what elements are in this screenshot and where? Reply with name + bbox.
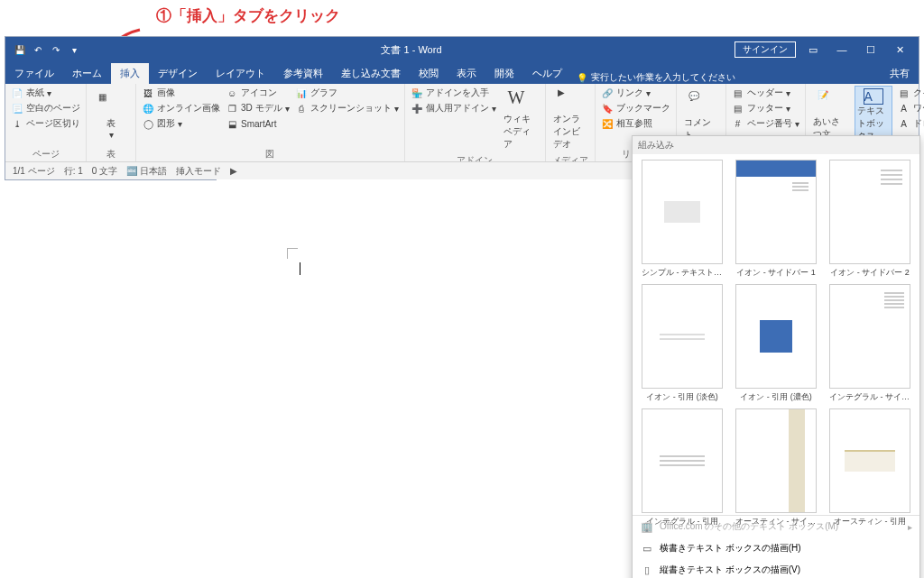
crossref-icon: 🔀 (601, 117, 614, 130)
gallery-item[interactable]: オースティン - 引用 (826, 408, 914, 528)
tab-design[interactable]: デザイン (149, 63, 207, 84)
tab-mailings[interactable]: 差し込み文書 (332, 63, 410, 84)
textbox-gallery: 組み込み シンプル - テキスト ボッ...イオン - サイドバー 1イオン -… (632, 135, 920, 578)
redo-icon[interactable]: ↷ (49, 42, 63, 57)
chevron-down-icon: ▾ (285, 104, 290, 114)
tab-review[interactable]: 校閲 (410, 63, 448, 84)
status-mode[interactable]: 挿入モード (176, 165, 221, 178)
gallery-item[interactable]: オースティン - サイドバー (732, 408, 820, 528)
gallery-item[interactable]: イオン - 引用 (濃色) (732, 284, 820, 403)
addins-icon: ➕ (411, 102, 423, 115)
qat-dropdown-icon[interactable]: ▾ (67, 42, 81, 57)
status-line[interactable]: 行: 1 (64, 165, 83, 178)
tell-me[interactable]: 💡実行したい作業を入力してください (577, 71, 735, 84)
video-icon: ▶ (558, 87, 583, 113)
close-icon[interactable]: ✕ (888, 44, 911, 56)
quickparts-button[interactable]: ▤クイック パーツ▾ (898, 86, 924, 100)
window-title: 文書 1 - Word (88, 43, 735, 57)
header-icon: ▤ (732, 87, 744, 99)
gallery-item[interactable]: シンプル - テキスト ボッ... (638, 160, 726, 279)
online-pictures-button[interactable]: 🌐オンライン画像 (142, 101, 220, 115)
tab-help[interactable]: ヘルプ (523, 63, 571, 84)
page-break-icon: ⤓ (11, 117, 23, 130)
gallery-item[interactable]: イオン - 引用 (淡色) (638, 284, 726, 403)
page-icon: 📄 (11, 87, 23, 99)
gallery-thumb (829, 284, 910, 389)
group-label: ページ (11, 146, 80, 162)
cube-icon: ❒ (226, 102, 238, 115)
icons-button[interactable]: ☺アイコン (226, 86, 290, 100)
crossref-button[interactable]: 🔀相互参照 (601, 116, 670, 131)
footer-button[interactable]: ▤フッター▾ (732, 101, 799, 115)
gallery-caption: イオン - サイドバー 1 (735, 267, 817, 279)
margin-corner (287, 248, 298, 259)
tab-developer[interactable]: 開発 (485, 63, 523, 84)
gallery-item[interactable]: イオン - サイドバー 1 (732, 160, 820, 279)
signin-button[interactable]: サインイン (735, 41, 796, 58)
status-words[interactable]: 0 文字 (92, 165, 117, 178)
group-label: 表 (92, 146, 130, 162)
gallery-item[interactable]: イオン - サイドバー 2 (826, 160, 914, 279)
minimize-icon[interactable]: — (830, 44, 854, 55)
link-button[interactable]: 🔗リンク▾ (601, 86, 670, 100)
save-icon[interactable]: 💾 (13, 42, 27, 57)
blank-page-button[interactable]: 📃空白のページ (11, 101, 80, 115)
gallery-item[interactable]: インテグラル - 引用 (638, 408, 726, 528)
wordart-icon: A (898, 102, 910, 115)
gallery-thumb (829, 160, 910, 264)
chevron-down-icon: ▾ (47, 88, 51, 98)
chevron-down-icon: ▾ (646, 88, 651, 98)
group-illustrations: 🖼画像 🌐オンライン画像 ◯図形▾ ☺アイコン ❒3D モデル▾ ⬓SmartA… (136, 84, 405, 162)
tab-layout[interactable]: レイアウト (207, 63, 274, 84)
gallery-header: 組み込み (633, 136, 919, 154)
tab-file[interactable]: ファイル (5, 63, 63, 84)
bookmark-button[interactable]: 🔖ブックマーク (601, 101, 670, 115)
pictures-button[interactable]: 🖼画像 (142, 86, 220, 100)
gallery-caption: オースティン - 引用 (829, 516, 910, 528)
header-button[interactable]: ▤ヘッダー▾ (732, 86, 799, 100)
get-addins-button[interactable]: 🏪アドインを入手 (411, 86, 496, 100)
smartart-button[interactable]: ⬓SmartArt (226, 116, 290, 131)
dropcap-button[interactable]: Aドロップ キャップ▾ (898, 116, 924, 131)
bookmark-icon: 🔖 (601, 102, 614, 115)
chevron-down-icon: ▾ (394, 104, 399, 114)
page-break-button[interactable]: ⤓ページ区切り (11, 116, 80, 131)
group-tables: ▦表▾ 表 (87, 84, 136, 162)
table-icon: ▦ (98, 92, 124, 117)
footer-icon: ▤ (732, 102, 744, 115)
undo-icon[interactable]: ↶ (31, 42, 45, 57)
comment-icon: 💬 (688, 91, 714, 116)
page[interactable] (217, 179, 668, 578)
store-icon: 🏪 (411, 87, 423, 99)
status-page[interactable]: 1/1 ページ (13, 165, 55, 178)
gallery-item[interactable]: インテグラル - サイドバー (826, 284, 914, 403)
menu-horizontal-textbox[interactable]: ▭横書きテキスト ボックスの描画(H) (633, 537, 919, 559)
office-icon: 🏢 (640, 519, 654, 534)
chevron-down-icon: ▾ (795, 119, 799, 129)
tab-view[interactable]: 表示 (448, 63, 485, 84)
maximize-icon[interactable]: ☐ (859, 44, 882, 56)
tab-references[interactable]: 参考資料 (274, 63, 332, 84)
tab-home[interactable]: ホーム (63, 63, 111, 84)
screenshot-icon: ⎙ (295, 102, 308, 115)
screenshot-button[interactable]: ⎙スクリーンショット▾ (295, 101, 399, 115)
pagenum-button[interactable]: #ページ番号▾ (732, 116, 799, 131)
cover-page-button[interactable]: 📄表紙▾ (11, 86, 80, 100)
my-addins-button[interactable]: ➕個人用アドイン▾ (411, 101, 496, 115)
annotation-step1: ①「挿入」タブをクリック (156, 5, 340, 26)
menu-vertical-textbox[interactable]: ▯縦書きテキスト ボックスの描画(V) (633, 559, 919, 578)
chart-button[interactable]: 📊グラフ (295, 86, 399, 100)
status-lang[interactable]: 🔤 日本語 (126, 165, 167, 178)
wikipedia-button[interactable]: Wウィキペディア (502, 86, 540, 152)
status-macro[interactable]: ▶ (230, 166, 237, 176)
ribbon-options-icon[interactable]: ▭ (801, 44, 825, 56)
online-video-button[interactable]: ▶オンラインビデオ (551, 86, 589, 152)
wordart-button[interactable]: Aワードアート▾ (898, 101, 924, 115)
3dmodel-button[interactable]: ❒3D モデル▾ (226, 101, 290, 115)
tab-insert[interactable]: 挿入 (111, 63, 149, 84)
share-button[interactable]: 共有 (881, 63, 919, 84)
table-button[interactable]: ▦表▾ (92, 86, 130, 146)
chevron-down-icon: ▾ (109, 130, 114, 140)
shapes-button[interactable]: ◯図形▾ (142, 116, 220, 131)
shapes-icon: ◯ (142, 117, 154, 130)
